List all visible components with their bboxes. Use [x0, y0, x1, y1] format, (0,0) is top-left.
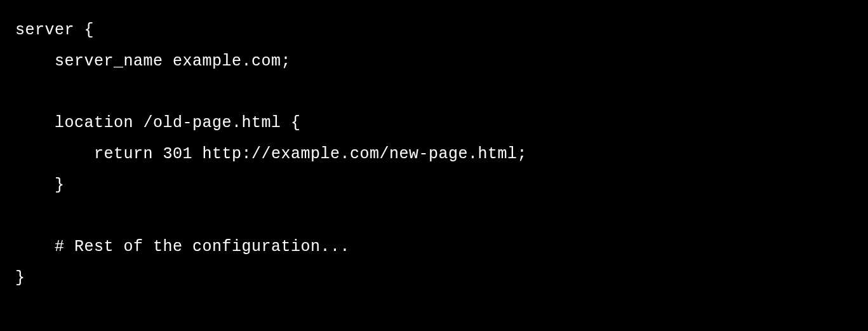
code-content: server { server_name example.com; locati… [15, 21, 527, 287]
code-block: server { server_name example.com; locati… [15, 15, 853, 294]
